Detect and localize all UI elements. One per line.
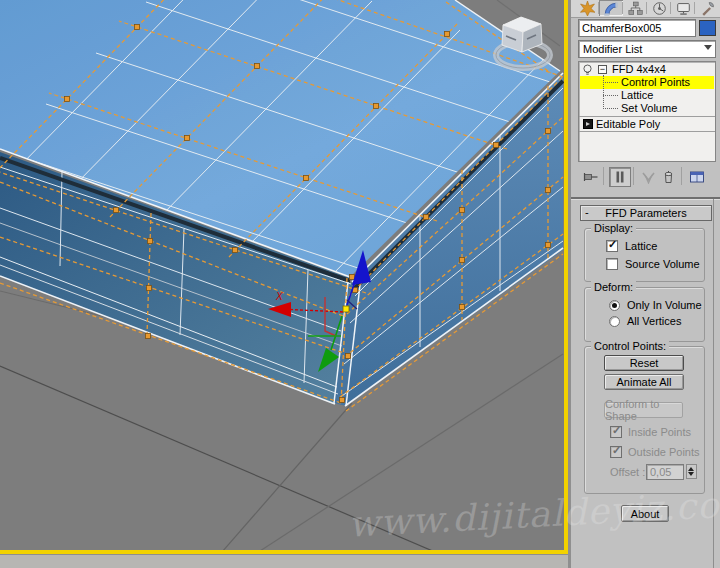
tree-line	[603, 75, 604, 109]
configure-modifier-sets-icon	[689, 170, 705, 184]
reset-button[interactable]: Reset	[604, 355, 684, 371]
show-end-result-button[interactable]	[609, 167, 631, 187]
toolbar-separator	[603, 167, 604, 185]
toolbar-separator	[633, 167, 634, 185]
all-vertices-radio[interactable]	[609, 316, 620, 327]
selected-control-point[interactable]	[343, 306, 349, 312]
tab-motion[interactable]	[647, 0, 671, 16]
lattice-checkbox-label[interactable]: Lattice	[625, 240, 657, 253]
stack-item-editable-poly[interactable]: Editable Poly	[596, 118, 660, 131]
spinner-down-icon[interactable]	[688, 472, 694, 476]
toolbar-separator	[681, 167, 682, 185]
tab-separator	[646, 2, 647, 14]
stack-divider	[579, 116, 715, 117]
ffd-parameters-rollout-header[interactable]: - FFD Parameters	[580, 205, 712, 221]
display-group: Display:	[584, 228, 705, 282]
object-color-swatch[interactable]	[699, 20, 716, 36]
stack-item-lattice[interactable]: Lattice	[621, 89, 653, 102]
remove-modifier-button[interactable]	[658, 168, 678, 186]
tab-separator	[622, 2, 623, 14]
object-name-field[interactable]	[578, 19, 696, 37]
window-bottom-strip	[0, 554, 568, 568]
about-button-label: About	[631, 508, 660, 520]
motion-icon	[652, 1, 667, 16]
stack-divider	[579, 131, 715, 132]
stack-item-control-points[interactable]: Control Points	[621, 76, 690, 89]
stack-item-set-volume[interactable]: Set Volume	[621, 102, 677, 115]
tab-separator	[598, 2, 599, 14]
offset-spinner[interactable]	[686, 464, 697, 479]
tree-line	[603, 82, 618, 83]
make-unique-icon	[641, 171, 656, 184]
animate-all-button-label: Animate All	[616, 376, 671, 388]
inside-points-checkbox	[610, 426, 622, 438]
rollout-title: FFD Parameters	[605, 207, 686, 219]
only-in-volume-label[interactable]: Only In Volume	[627, 299, 702, 312]
display-icon	[676, 1, 691, 16]
perspective-viewport[interactable]: X	[0, 0, 564, 550]
tab-separator	[694, 2, 695, 14]
tree-line	[603, 95, 618, 96]
offset-field: 0,05	[646, 464, 684, 480]
offset-label: Offset :	[610, 466, 645, 479]
panel-divider	[571, 197, 720, 200]
configure-modifier-sets-button[interactable]	[687, 168, 707, 186]
tab-separator	[670, 2, 671, 14]
bulb-icon[interactable]	[582, 64, 593, 76]
chevron-down-icon	[704, 45, 712, 50]
gizmo-x-label: X	[275, 291, 283, 302]
tab-create[interactable]	[575, 0, 599, 16]
tab-display[interactable]	[671, 0, 695, 16]
lattice-checkbox[interactable]	[606, 240, 618, 252]
reset-button-label: Reset	[630, 357, 659, 369]
deform-group-label: Deform:	[591, 281, 636, 293]
make-unique-button[interactable]	[638, 168, 658, 186]
display-group-label: Display:	[591, 222, 636, 234]
conform-to-shape-button: Conform to Shape	[604, 402, 683, 418]
stack-item-modifier[interactable]: FFD 4x4x4	[612, 63, 666, 76]
tree-line	[603, 108, 618, 109]
create-icon	[580, 1, 595, 16]
tab-utilities[interactable]	[695, 0, 719, 16]
modifier-list-label: Modifier List	[583, 43, 642, 55]
about-button[interactable]: About	[621, 505, 669, 522]
rollout-collapse-icon[interactable]: -	[585, 206, 589, 218]
conform-to-shape-label: Conform to Shape	[605, 398, 682, 422]
all-vertices-label[interactable]: All Vertices	[627, 315, 681, 328]
outside-points-checkbox	[610, 446, 622, 458]
source-volume-checkbox[interactable]	[606, 258, 618, 270]
hierarchy-icon	[628, 1, 643, 16]
collapse-box-icon[interactable]: −	[598, 65, 607, 74]
source-volume-checkbox-label[interactable]: Source Volume	[625, 258, 700, 271]
3dsmax-window: X	[0, 0, 720, 568]
panel-scroll-gutter[interactable]	[713, 199, 714, 568]
modifier-list-dropdown[interactable]: Modifier List	[578, 40, 716, 58]
utilities-icon	[700, 1, 715, 16]
tab-modify[interactable]	[599, 0, 623, 16]
tab-hierarchy[interactable]	[623, 0, 647, 16]
show-end-result-icon	[614, 170, 626, 184]
editable-poly-icon	[583, 119, 593, 129]
viewport-scene: X	[0, 0, 564, 550]
outside-points-label: Outside Points	[628, 446, 700, 459]
pin-stack-icon	[583, 170, 599, 184]
inside-points-label: Inside Points	[628, 426, 691, 439]
modifier-stack-list[interactable]: − FFD 4x4x4 Control Points Lattice Set V…	[578, 61, 716, 162]
modify-icon	[603, 1, 619, 16]
animate-all-button[interactable]: Animate All	[604, 374, 684, 390]
only-in-volume-radio[interactable]	[609, 300, 620, 311]
control-points-group-label: Control Points:	[591, 340, 669, 352]
spinner-up-icon[interactable]	[688, 467, 694, 471]
remove-modifier-icon	[662, 170, 675, 184]
pin-stack-button[interactable]	[581, 168, 601, 186]
